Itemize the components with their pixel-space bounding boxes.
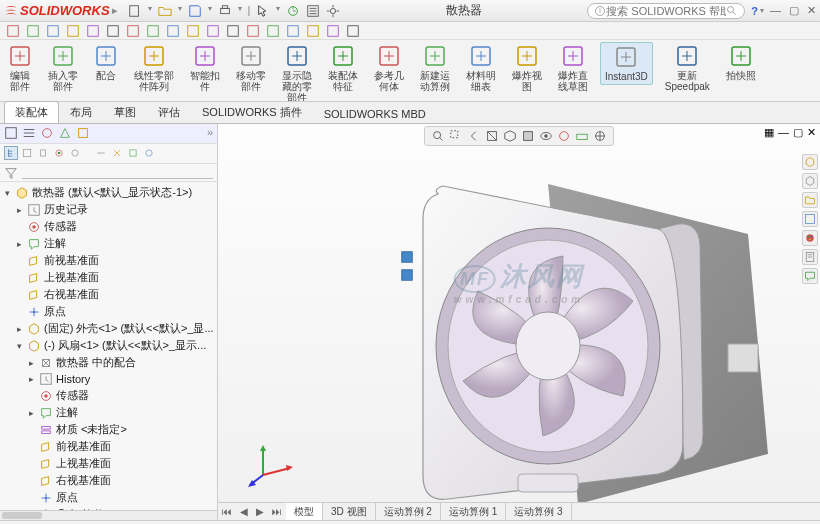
minimize-icon[interactable]: — bbox=[770, 4, 781, 17]
motion-tab[interactable]: 运动算例 1 bbox=[441, 503, 506, 521]
vp-close-icon[interactable]: ✕ bbox=[807, 126, 816, 139]
ribbon-explode-line[interactable]: 爆炸直线草图 bbox=[554, 42, 592, 94]
filter-input[interactable] bbox=[22, 166, 213, 179]
design-lib-icon[interactable] bbox=[802, 173, 818, 189]
tree-node[interactable]: 传感器 bbox=[0, 218, 217, 235]
ribbon-bom[interactable]: 材料明细表 bbox=[462, 42, 500, 94]
tool-icon-6[interactable] bbox=[126, 24, 140, 38]
tool-icon-1[interactable] bbox=[26, 24, 40, 38]
select-icon[interactable] bbox=[256, 4, 270, 18]
motion-tab[interactable]: 运动算例 3 bbox=[506, 503, 571, 521]
ribbon-mate[interactable]: 配合 bbox=[90, 42, 122, 83]
orientation-triad[interactable] bbox=[248, 440, 298, 490]
tool-icon-17[interactable] bbox=[346, 24, 360, 38]
dd[interactable]: ▾ bbox=[148, 4, 152, 18]
tree-node[interactable]: 前视基准面 bbox=[0, 438, 217, 455]
ribbon-smart-fasteners[interactable]: 智能扣件 bbox=[186, 42, 224, 94]
ribbon-snapshot[interactable]: 拍快照 bbox=[722, 42, 760, 83]
file-explorer-icon[interactable] bbox=[802, 192, 818, 208]
settings-icon[interactable] bbox=[326, 4, 340, 18]
flyout-tree-icon[interactable] bbox=[400, 268, 414, 282]
search-icon[interactable] bbox=[726, 5, 738, 17]
tree-node[interactable]: 传感器 bbox=[0, 387, 217, 404]
rebuild-icon[interactable] bbox=[286, 4, 300, 18]
tool-ic[interactable] bbox=[142, 146, 156, 160]
tool-icon-13[interactable] bbox=[266, 24, 280, 38]
tree-scrollbar-x[interactable] bbox=[0, 510, 217, 520]
flyout-icon[interactable]: » bbox=[207, 126, 213, 141]
display-tab-icon[interactable] bbox=[68, 146, 82, 160]
new-icon[interactable] bbox=[128, 4, 142, 18]
ribbon-edit-component[interactable]: 编辑部件 bbox=[4, 42, 36, 94]
options-icon[interactable] bbox=[306, 4, 320, 18]
panel-ic[interactable] bbox=[58, 126, 72, 140]
tool-icon-11[interactable] bbox=[226, 24, 240, 38]
swres-icon[interactable] bbox=[802, 154, 818, 170]
tool-icon-2[interactable] bbox=[46, 24, 60, 38]
property-tab-icon[interactable] bbox=[20, 146, 34, 160]
ribbon-reference-geometry[interactable]: 参考几何体 bbox=[370, 42, 408, 94]
tab-SOLIDWORKS 插件[interactable]: SOLIDWORKS 插件 bbox=[191, 101, 313, 123]
tool-icon-12[interactable] bbox=[246, 24, 260, 38]
dd[interactable]: ▾ bbox=[178, 4, 182, 18]
tree-node[interactable]: ▾(-) 风扇<1> (默认<<默认>_显示... bbox=[0, 337, 217, 354]
appearances-icon[interactable] bbox=[802, 230, 818, 246]
tree-node[interactable]: 右视基准面 bbox=[0, 472, 217, 489]
tool-icon-10[interactable] bbox=[206, 24, 220, 38]
tool-icon-14[interactable] bbox=[286, 24, 300, 38]
help-search[interactable]: i bbox=[587, 3, 745, 19]
filter-icon[interactable] bbox=[4, 166, 18, 180]
ribbon-move-component[interactable]: 移动零部件 bbox=[232, 42, 270, 94]
tab-nav-first[interactable]: ⏮ bbox=[218, 506, 236, 517]
tool-ic[interactable] bbox=[94, 146, 108, 160]
tree-node[interactable]: 上视基准面 bbox=[0, 269, 217, 286]
search-input[interactable] bbox=[606, 5, 726, 17]
tree-node[interactable]: ▸(固定) 外壳<1> (默认<<默认>_显... bbox=[0, 320, 217, 337]
tree-node[interactable]: ▸注解 bbox=[0, 235, 217, 252]
view-palette-icon[interactable] bbox=[802, 211, 818, 227]
tool-icon-15[interactable] bbox=[306, 24, 320, 38]
tab-nav-prev[interactable]: ◀ bbox=[236, 506, 252, 517]
panel-ic[interactable] bbox=[76, 126, 90, 140]
dim-tab-icon[interactable] bbox=[52, 146, 66, 160]
tool-icon-16[interactable] bbox=[326, 24, 340, 38]
tree-root[interactable]: ▾散热器 (默认<默认_显示状态-1>) bbox=[0, 184, 217, 201]
panel-ic[interactable] bbox=[22, 126, 36, 140]
panel-ic[interactable] bbox=[40, 126, 54, 140]
tool-icon-8[interactable] bbox=[166, 24, 180, 38]
tab-SOLIDWORKS MBD[interactable]: SOLIDWORKS MBD bbox=[313, 104, 437, 123]
close-icon[interactable]: ✕ bbox=[807, 4, 816, 17]
tree-node[interactable]: 上视基准面 bbox=[0, 455, 217, 472]
tab-nav-last[interactable]: ⏭ bbox=[268, 506, 286, 517]
tree-node[interactable]: 原点 bbox=[0, 303, 217, 320]
tab-草图[interactable]: 草图 bbox=[103, 101, 147, 123]
feature-tree-tab-icon[interactable] bbox=[4, 146, 18, 160]
motion-tab[interactable]: 模型 bbox=[286, 503, 323, 521]
ribbon-insert-component[interactable]: 插入零部件 bbox=[44, 42, 82, 94]
dd[interactable]: ▾ bbox=[276, 4, 280, 18]
flyout-tree-icon[interactable] bbox=[400, 250, 414, 264]
dd[interactable]: ▾ bbox=[238, 4, 242, 18]
tab-评估[interactable]: 评估 bbox=[147, 101, 191, 123]
motion-tab[interactable]: 运动算例 2 bbox=[376, 503, 441, 521]
tree-node[interactable]: ▸历史记录 bbox=[0, 201, 217, 218]
tab-布局[interactable]: 布局 bbox=[59, 101, 103, 123]
tree-node[interactable]: 前视基准面 bbox=[0, 252, 217, 269]
ribbon-assembly-features[interactable]: 装配体特征 bbox=[324, 42, 362, 94]
dd[interactable]: ▾ bbox=[760, 6, 764, 15]
tool-icon-9[interactable] bbox=[186, 24, 200, 38]
tree-node[interactable]: 原点 bbox=[0, 489, 217, 506]
save-icon[interactable] bbox=[188, 4, 202, 18]
open-icon[interactable] bbox=[158, 4, 172, 18]
tree-node[interactable]: ▸散热器 中的配合 bbox=[0, 354, 217, 371]
motion-tab[interactable]: 3D 视图 bbox=[323, 503, 376, 521]
ribbon-linear-pattern[interactable]: 线性零部件阵列 bbox=[130, 42, 178, 94]
ribbon-show-hidden[interactable]: 显示隐藏的零部件 bbox=[278, 42, 316, 102]
tool-icon-4[interactable] bbox=[86, 24, 100, 38]
tab-nav-next[interactable]: ▶ bbox=[252, 506, 268, 517]
tool-icon-0[interactable] bbox=[6, 24, 20, 38]
dropdown-icon[interactable]: ▸ bbox=[112, 4, 118, 17]
config-tab-icon[interactable] bbox=[36, 146, 50, 160]
ribbon-instant3d[interactable]: Instant3D bbox=[600, 42, 653, 85]
tool-ic[interactable] bbox=[110, 146, 124, 160]
